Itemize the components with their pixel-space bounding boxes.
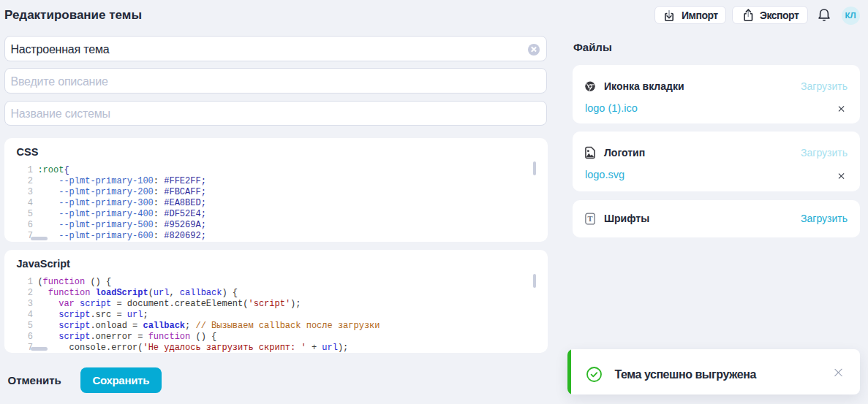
svg-text:T: T — [587, 215, 592, 223]
